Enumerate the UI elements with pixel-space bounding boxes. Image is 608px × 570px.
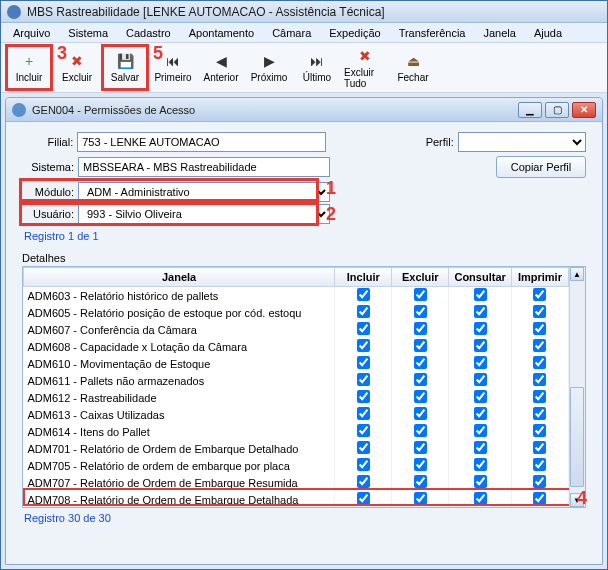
menu-sistema[interactable]: Sistema [60, 25, 116, 41]
janela-cell[interactable]: ADM605 - Relatório posição de estoque po… [24, 304, 335, 321]
janela-cell[interactable]: ADM701 - Relatório de Ordem de Embarque … [24, 440, 335, 457]
perm-checkbox[interactable] [533, 390, 546, 403]
perm-checkbox[interactable] [474, 492, 487, 505]
perm-checkbox[interactable] [533, 492, 546, 505]
janela-cell[interactable]: ADM608 - Capacidade x Lotação da Câmara [24, 338, 335, 355]
perm-checkbox[interactable] [357, 424, 370, 437]
toolbar-proximo-button[interactable]: ▶Próximo [247, 46, 291, 90]
table-row[interactable]: ADM701 - Relatório de Ordem de Embarque … [24, 440, 569, 457]
janela-cell[interactable]: ADM607 - Conferência da Câmara [24, 321, 335, 338]
perm-checkbox[interactable] [474, 424, 487, 437]
perm-checkbox[interactable] [414, 424, 427, 437]
perm-checkbox[interactable] [533, 288, 546, 301]
perm-checkbox[interactable] [414, 441, 427, 454]
perm-checkbox[interactable] [474, 288, 487, 301]
janela-cell[interactable]: ADM705 - Relatório de ordem de embarque … [24, 457, 335, 474]
janela-cell[interactable]: ADM708 - Relatório de Ordem de Embarque … [24, 491, 335, 507]
perm-checkbox[interactable] [474, 458, 487, 471]
janela-cell[interactable]: ADM612 - Rastreabilidade [24, 389, 335, 406]
perm-checkbox[interactable] [357, 492, 370, 505]
sistema-field[interactable] [78, 157, 330, 177]
menu-apontamento[interactable]: Apontamento [181, 25, 262, 41]
perm-checkbox[interactable] [414, 475, 427, 488]
table-row[interactable]: ADM613 - Caixas Utilizadas [24, 406, 569, 423]
record-link-bottom[interactable]: Registro 30 de 30 [6, 508, 602, 526]
perm-checkbox[interactable] [533, 339, 546, 352]
perm-checkbox[interactable] [414, 339, 427, 352]
menu-câmara[interactable]: Câmara [264, 25, 319, 41]
filial-field[interactable] [77, 132, 325, 152]
menu-ajuda[interactable]: Ajuda [526, 25, 570, 41]
table-row[interactable]: ADM614 - Itens do Pallet [24, 423, 569, 440]
col-excluir[interactable]: Excluir [392, 268, 449, 287]
perm-checkbox[interactable] [357, 305, 370, 318]
perm-checkbox[interactable] [357, 458, 370, 471]
perm-checkbox[interactable] [533, 441, 546, 454]
copiar-perfil-button[interactable]: Copiar Perfil [496, 156, 586, 178]
table-row[interactable]: ADM608 - Capacidade x Lotação da Câmara [24, 338, 569, 355]
perm-checkbox[interactable] [474, 339, 487, 352]
maximize-button[interactable]: ▢ [545, 102, 569, 118]
perm-checkbox[interactable] [357, 441, 370, 454]
col-imprimir[interactable]: Imprimir [511, 268, 568, 287]
perm-checkbox[interactable] [357, 322, 370, 335]
table-row[interactable]: ADM610 - Movimentação de Estoque [24, 355, 569, 372]
record-link-top[interactable]: Registro 1 de 1 [22, 226, 586, 244]
perm-checkbox[interactable] [474, 356, 487, 369]
perm-checkbox[interactable] [357, 475, 370, 488]
perm-checkbox[interactable] [414, 492, 427, 505]
perm-checkbox[interactable] [414, 458, 427, 471]
perm-checkbox[interactable] [357, 339, 370, 352]
toolbar-primeiro-button[interactable]: ⏮Primeiro [151, 46, 195, 90]
perm-checkbox[interactable] [474, 390, 487, 403]
perm-checkbox[interactable] [357, 288, 370, 301]
janela-cell[interactable]: ADM611 - Pallets não armazenados [24, 372, 335, 389]
janela-cell[interactable]: ADM707 - Relatório de Ordem de Embarque … [24, 474, 335, 491]
perm-checkbox[interactable] [533, 458, 546, 471]
perm-checkbox[interactable] [474, 441, 487, 454]
table-row[interactable]: ADM612 - Rastreabilidade [24, 389, 569, 406]
col-consultar[interactable]: Consultar [449, 268, 512, 287]
close-button[interactable]: ✕ [572, 102, 596, 118]
toolbar-salvar-button[interactable]: 💾Salvar [103, 46, 147, 90]
perm-checkbox[interactable] [533, 424, 546, 437]
toolbar-fechar-button[interactable]: ⏏Fechar [391, 46, 435, 90]
perm-checkbox[interactable] [533, 475, 546, 488]
menu-expedição[interactable]: Expedição [321, 25, 388, 41]
toolbar-excluir-button[interactable]: ✖Excluir [55, 46, 99, 90]
table-row[interactable]: ADM705 - Relatório de ordem de embarque … [24, 457, 569, 474]
perm-checkbox[interactable] [533, 322, 546, 335]
perm-checkbox[interactable] [474, 407, 487, 420]
perm-checkbox[interactable] [414, 288, 427, 301]
col-janela[interactable]: Janela [24, 268, 335, 287]
table-row[interactable]: ADM708 - Relatório de Ordem de Embarque … [24, 491, 569, 507]
perm-checkbox[interactable] [414, 390, 427, 403]
perm-checkbox[interactable] [414, 322, 427, 335]
toolbar-excluirtudo-button[interactable]: ✖Excluir Tudo [343, 46, 387, 90]
perm-checkbox[interactable] [414, 373, 427, 386]
perm-checkbox[interactable] [357, 373, 370, 386]
table-row[interactable]: ADM607 - Conferência da Câmara [24, 321, 569, 338]
toolbar-incluir-button[interactable]: +Incluir [7, 46, 51, 90]
perm-checkbox[interactable] [357, 407, 370, 420]
table-row[interactable]: ADM611 - Pallets não armazenados [24, 372, 569, 389]
modulo-select[interactable]: ADM - Administrativo [78, 182, 330, 202]
perm-checkbox[interactable] [533, 305, 546, 318]
perm-checkbox[interactable] [533, 373, 546, 386]
perm-checkbox[interactable] [357, 356, 370, 369]
janela-cell[interactable]: ADM613 - Caixas Utilizadas [24, 406, 335, 423]
perfil-select[interactable] [458, 132, 586, 152]
menu-janela[interactable]: Janela [475, 25, 523, 41]
scroll-up-button[interactable]: ▲ [570, 267, 584, 281]
toolbar-ultimo-button[interactable]: ⏭Último [295, 46, 339, 90]
perm-checkbox[interactable] [474, 322, 487, 335]
table-row[interactable]: ADM605 - Relatório posição de estoque po… [24, 304, 569, 321]
menu-transferência[interactable]: Transferência [391, 25, 474, 41]
perm-checkbox[interactable] [533, 356, 546, 369]
perm-checkbox[interactable] [474, 305, 487, 318]
perm-checkbox[interactable] [414, 356, 427, 369]
table-row[interactable]: ADM603 - Relatório histórico de pallets [24, 287, 569, 305]
minimize-button[interactable]: ▁ [518, 102, 542, 118]
menu-cadastro[interactable]: Cadastro [118, 25, 179, 41]
toolbar-anterior-button[interactable]: ◀Anterior [199, 46, 243, 90]
